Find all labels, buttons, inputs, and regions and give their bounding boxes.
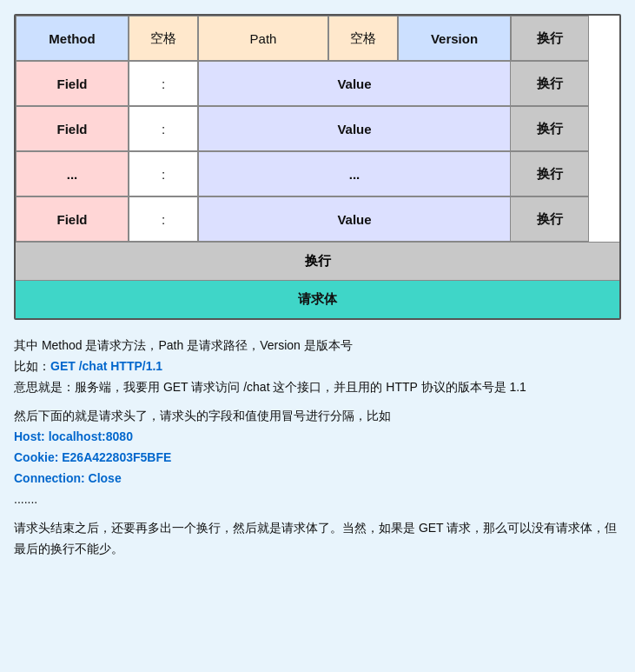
colon-1: : (129, 61, 198, 106)
col-version: Version (398, 16, 511, 61)
value-3-text: ... (199, 152, 510, 196)
paragraph-1: 其中 Method 是请求方法，Path 是请求路径，Version 是版本号 … (14, 336, 621, 397)
field-2: Field (16, 106, 129, 151)
p4-text: 然后下面的就是请求头了，请求头的字段和值使用冒号进行分隔，比如 (14, 409, 391, 422)
value-2-text: Value (199, 107, 510, 150)
p1-text: 其中 Method 是请求方法，Path 是请求路径，Version 是版本号 (14, 338, 353, 352)
p3-text: 意思就是：服务端，我要用 GET 请求访问 /chat 这个接口，并且用的 HT… (14, 380, 526, 394)
field-4: Field (16, 196, 129, 242)
col-path: Path (198, 16, 328, 61)
newline-label: 换行 (305, 253, 331, 269)
http-request-table: Method 空格 Path 空格 Version 换行 Field : Val… (14, 14, 621, 320)
header-ex-1: Host: localhost:8080 (14, 429, 133, 443)
value-newline-3: ... 换行 (198, 151, 589, 196)
value-4-text: Value (199, 197, 510, 241)
header-row: Method 空格 Path 空格 Version 换行 (16, 16, 619, 61)
field-1: Field (16, 61, 129, 106)
example-code: GET /chat HTTP/1.1 (50, 359, 162, 373)
colon-2: : (129, 106, 198, 151)
newline-full-row: 换行 (16, 242, 619, 280)
data-row-2: Field : Value 换行 (16, 106, 619, 151)
dots-text: ....... (14, 492, 37, 506)
p2-prefix: 比如： (14, 359, 50, 373)
value-1-text: Value (199, 62, 510, 105)
data-row-3: ... : ... 换行 (16, 151, 619, 196)
col-space2: 空格 (328, 16, 398, 61)
col-newline: 换行 (511, 16, 589, 61)
data-row-1: Field : Value 换行 (16, 61, 619, 106)
data-row-4: Field : Value 换行 (16, 196, 619, 242)
col-space1: 空格 (129, 16, 198, 61)
paragraph-headers: 然后下面的就是请求头了，请求头的字段和值使用冒号进行分隔，比如 Host: lo… (14, 406, 621, 509)
value-newline-4: Value 换行 (198, 196, 589, 242)
description-section: 其中 Method 是请求方法，Path 是请求路径，Version 是版本号 … (14, 336, 621, 560)
header-ex-2: Cookie: E26A422803F5BFE (14, 450, 171, 464)
p5-text: 请求头结束之后，还要再多出一个换行，然后就是请求体了。当然，如果是 GET 请求… (14, 521, 617, 556)
newline-border: 换行 (510, 62, 588, 105)
newline-border-2: 换行 (510, 107, 588, 150)
field-3: ... (16, 151, 129, 196)
header-ex-3: Connection: Close (14, 471, 122, 485)
colon-4: : (129, 196, 198, 242)
newline-border-3: 换行 (510, 152, 588, 196)
colon-3: : (129, 151, 198, 196)
body-row: 请求体 (16, 280, 619, 318)
value-newline-2: Value 换行 (198, 106, 589, 151)
value-newline-1: Value 换行 (198, 61, 589, 106)
body-label: 请求体 (298, 291, 337, 308)
paragraph-final: 请求头结束之后，还要再多出一个换行，然后就是请求体了。当然，如果是 GET 请求… (14, 518, 621, 560)
col-method: Method (16, 16, 129, 61)
newline-border-4: 换行 (510, 197, 588, 241)
